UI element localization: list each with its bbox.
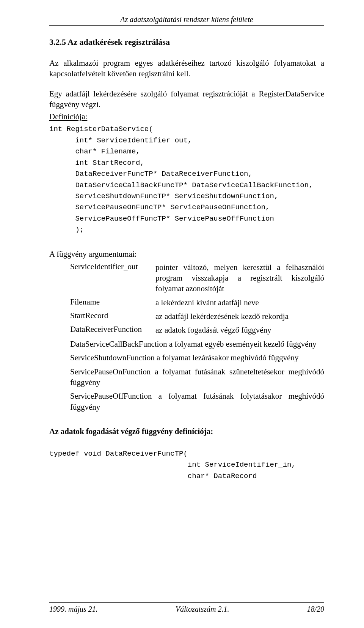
sub-heading: Az adatok fogadását végző függvény defin… xyxy=(49,427,324,436)
arguments-title: A függvény argumentumai: xyxy=(49,249,324,259)
arg-val: a lekérdezni kívánt adatfájl neve xyxy=(155,297,324,308)
code-line: typedef void DataReceiverFuncTP( xyxy=(49,448,324,459)
arg-val: az adatok fogadását végző függvény xyxy=(155,325,324,335)
footer-page-number: 18/20 xyxy=(307,605,324,614)
paragraph-2: Egy adatfájl lekérdezésére szolgáló foly… xyxy=(49,88,324,110)
section-heading: 3.2.5 Az adatkérések regisztrálása xyxy=(49,37,324,47)
code-block-register: int RegisterDataService( int* ServiceIde… xyxy=(49,124,324,235)
page: Az adatszolgáltatási rendszer kliens fel… xyxy=(0,0,364,628)
page-footer: 1999. május 21. Változatszám 2.1. 18/20 xyxy=(49,602,324,614)
arg-row: DataReceiverFunction az adatok fogadását… xyxy=(70,325,324,335)
code-line: char* DataRecord xyxy=(49,471,324,482)
footer-version: Változatszám 2.1. xyxy=(176,605,229,614)
paragraph-1: Az alkalmazói program egyes adatkéréseih… xyxy=(49,58,324,79)
arg-key: Filename xyxy=(70,297,155,308)
code-line: int ServiceIdentifier_in, xyxy=(49,459,324,470)
footer-row: 1999. május 21. Változatszám 2.1. 18/20 xyxy=(49,605,324,614)
arg-row: ServiceIdentifier_out pointer változó, m… xyxy=(70,262,324,294)
arg-line: ServicePauseOnFunction a folyamat futásá… xyxy=(70,366,324,388)
arg-key: StartRecord xyxy=(70,311,155,322)
arg-key: ServiceIdentifier_out xyxy=(70,262,155,294)
arguments-block: ServiceIdentifier_out pointer változó, m… xyxy=(49,262,324,412)
arg-line: ServiceShutdownFunction a folyamat lezár… xyxy=(70,352,324,363)
header-divider xyxy=(49,25,324,26)
arg-key: DataReceiverFunction xyxy=(70,325,155,335)
definition-label: Definíciója: xyxy=(49,112,324,121)
arg-line: DataServiceCallBackFunction a folyamat e… xyxy=(70,339,324,349)
arg-val: az adatfájl lekérdezésének kezdő rekordj… xyxy=(155,311,324,322)
arg-row: Filename a lekérdezni kívánt adatfájl ne… xyxy=(70,297,324,308)
page-header: Az adatszolgáltatási rendszer kliens fel… xyxy=(49,15,324,24)
footer-date: 1999. május 21. xyxy=(49,605,98,614)
arg-row: StartRecord az adatfájl lekérdezésének k… xyxy=(70,311,324,322)
arg-val: pointer változó, melyen keresztül a felh… xyxy=(155,262,324,294)
arg-line: ServicePauseOffFunction a folyamat futás… xyxy=(70,391,324,412)
footer-divider xyxy=(49,602,324,603)
